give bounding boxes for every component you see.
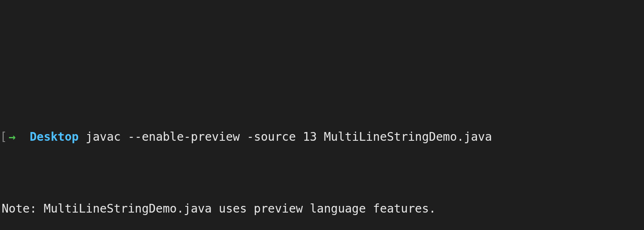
prompt-directory: Desktop <box>29 128 79 146</box>
command-javac: javac --enable-preview -source 13 MultiL… <box>86 128 492 146</box>
prompt-line-1: [→ Desktop javac --enable-preview -sourc… <box>0 128 644 146</box>
compiler-note-1: Note: MultiLineStringDemo.java uses prev… <box>0 200 644 218</box>
terminal-window[interactable]: [→ Desktop javac --enable-preview -sourc… <box>0 74 644 230</box>
bracket-icon: [ <box>0 128 7 146</box>
prompt-arrow-icon: → <box>7 128 16 146</box>
